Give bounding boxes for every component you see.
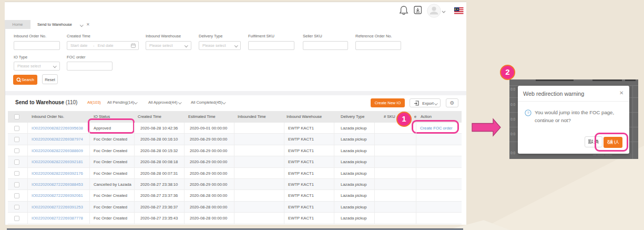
svg-text:?: ? <box>527 111 529 115</box>
